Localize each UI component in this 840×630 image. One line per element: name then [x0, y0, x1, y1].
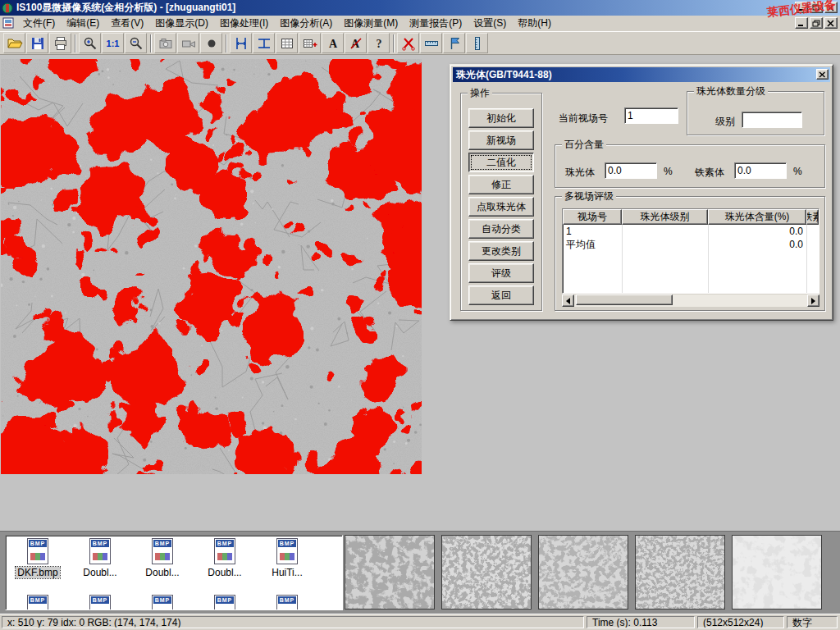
file-item[interactable]: BMP Doubl...: [194, 538, 255, 578]
close-button[interactable]: [824, 2, 838, 13]
mode-status: 数字: [787, 616, 838, 628]
menu-view[interactable]: 查看(V): [105, 15, 149, 32]
file-item[interactable]: BMP DKF.bmp: [7, 538, 68, 578]
cell-field: 1: [563, 226, 622, 237]
menu-help[interactable]: 帮助(H): [512, 15, 557, 32]
record-icon[interactable]: [200, 33, 222, 53]
delete-annotation-icon[interactable]: A: [345, 33, 367, 53]
grid-add-icon[interactable]: [299, 33, 321, 53]
ferrite-unit: %: [793, 166, 802, 177]
auto-classify-button[interactable]: 自动分类: [468, 219, 534, 239]
level-input[interactable]: [742, 112, 802, 128]
help-icon[interactable]: ?: [368, 33, 390, 53]
new-field-button[interactable]: 新视场: [468, 130, 534, 150]
print-icon[interactable]: [49, 33, 71, 53]
file-item[interactable]: BMP: [7, 595, 68, 610]
menu-image-analysis[interactable]: 图像分析(A): [274, 15, 338, 32]
save-icon[interactable]: [26, 33, 48, 53]
menu-image-processing[interactable]: 图像处理(I): [214, 15, 274, 32]
table-horizontal-scrollbar[interactable]: [562, 294, 819, 307]
ferrite-label: 铁素体: [695, 166, 724, 180]
pick-pearlite-button[interactable]: 点取珠光体: [468, 197, 534, 217]
zoom-in-icon[interactable]: [79, 33, 101, 53]
ruler-vertical-icon[interactable]: [466, 33, 488, 53]
rate-button[interactable]: 评级: [468, 263, 534, 283]
menu-image-measure[interactable]: 图像测量(M): [338, 15, 404, 32]
metallographic-image[interactable]: [1, 59, 422, 474]
maximize-button[interactable]: [810, 2, 823, 13]
scrollbar-thumb[interactable]: [576, 294, 673, 305]
file-name[interactable]: HuiTi...: [270, 567, 304, 578]
video-icon[interactable]: [177, 33, 199, 53]
col-pearlite-content[interactable]: 珠光体含量(%): [708, 209, 806, 225]
file-item[interactable]: BMP: [194, 595, 255, 610]
bmp-file-icon: BMP: [214, 538, 235, 564]
file-item[interactable]: BMP: [257, 595, 317, 610]
open-icon[interactable]: [3, 33, 25, 53]
menu-measure-report[interactable]: 测量报告(P): [404, 15, 468, 32]
current-field-input[interactable]: 1: [624, 107, 678, 124]
menu-bar: 文件(F) 编辑(E) 查看(V) 图像显示(D) 图像处理(I) 图像分析(A…: [0, 16, 840, 31]
mdi-close-button[interactable]: [824, 17, 838, 29]
actual-size-icon[interactable]: 1:1: [102, 33, 124, 53]
document-icon[interactable]: [2, 17, 16, 30]
return-button[interactable]: 返回: [468, 285, 534, 305]
col-ferrite[interactable]: 铁素: [806, 209, 819, 225]
menu-file[interactable]: 文件(F): [17, 15, 61, 32]
menu-image-display[interactable]: 图像显示(D): [149, 15, 214, 32]
scroll-left-icon[interactable]: [562, 294, 574, 307]
app-icon: [2, 2, 13, 14]
col-field-number[interactable]: 视场号: [563, 209, 622, 225]
text-annotation-icon[interactable]: A: [322, 33, 344, 53]
minimize-button[interactable]: [795, 2, 808, 13]
image-size-status: (512x512x24): [697, 616, 784, 628]
measure-width-icon[interactable]: [253, 33, 275, 53]
measure-length-icon[interactable]: [230, 33, 252, 53]
file-name[interactable]: DKF.bmp: [16, 567, 59, 578]
scissors-icon[interactable]: [397, 33, 419, 53]
correct-button[interactable]: 修正: [468, 175, 534, 194]
menu-settings[interactable]: 设置(S): [468, 15, 512, 32]
mdi-minimize-button[interactable]: [795, 17, 808, 29]
col-pearlite-level[interactable]: 珠光体级别: [622, 209, 708, 225]
scrollbar-track[interactable]: [574, 294, 807, 307]
init-button[interactable]: 初始化: [468, 108, 534, 128]
table-row[interactable]: 1 0.0: [563, 225, 819, 238]
file-item[interactable]: BMP: [70, 595, 130, 610]
file-browser[interactable]: BMP DKF.bmp BMP Doubl... BMP Doubl... BM…: [5, 535, 343, 610]
file-name[interactable]: Doubl...: [81, 567, 118, 578]
thumbnail[interactable]: [635, 535, 725, 609]
file-item[interactable]: BMP Doubl...: [132, 538, 193, 578]
thumbnail[interactable]: [345, 535, 435, 609]
grid-icon[interactable]: [276, 33, 298, 53]
file-name[interactable]: Doubl...: [144, 567, 180, 578]
mdi-restore-button[interactable]: [810, 17, 823, 29]
file-item[interactable]: BMP: [132, 595, 193, 610]
dialog-title-bar[interactable]: 珠光体(GB/T9441-88): [453, 67, 830, 82]
dialog-close-button[interactable]: [816, 69, 829, 80]
file-item[interactable]: BMP Doubl...: [70, 538, 130, 578]
bmp-file-icon: BMP: [276, 595, 298, 610]
ruler-horizontal-icon[interactable]: [420, 33, 442, 53]
bmp-file-icon: BMP: [152, 595, 173, 610]
thumbnail[interactable]: [732, 535, 822, 609]
capture-icon[interactable]: [154, 33, 176, 53]
thumbnail[interactable]: [538, 535, 628, 609]
file-name[interactable]: Doubl...: [206, 567, 243, 578]
change-class-button[interactable]: 更改类别: [468, 241, 534, 261]
menu-edit[interactable]: 编辑(E): [61, 15, 105, 32]
thumbnail[interactable]: [441, 535, 532, 609]
file-item[interactable]: BMP HuiTi...: [257, 538, 317, 578]
marker-flag-icon[interactable]: [443, 33, 465, 53]
bmp-file-icon: BMP: [89, 595, 111, 610]
ferrite-input[interactable]: 0.0: [734, 162, 787, 179]
zoom-out-icon[interactable]: [125, 33, 147, 53]
binarize-button[interactable]: 二值化: [468, 153, 534, 172]
pearlite-input[interactable]: 0.0: [605, 162, 657, 179]
scroll-right-icon[interactable]: [807, 294, 819, 307]
table-row[interactable]: 平均值 0.0: [563, 238, 819, 251]
grading-group-label: 珠光体数量分级: [694, 85, 768, 97]
bmp-file-icon: BMP: [152, 538, 173, 564]
current-field-label: 当前视场号: [559, 112, 608, 126]
toolbar-separator: [393, 34, 395, 52]
